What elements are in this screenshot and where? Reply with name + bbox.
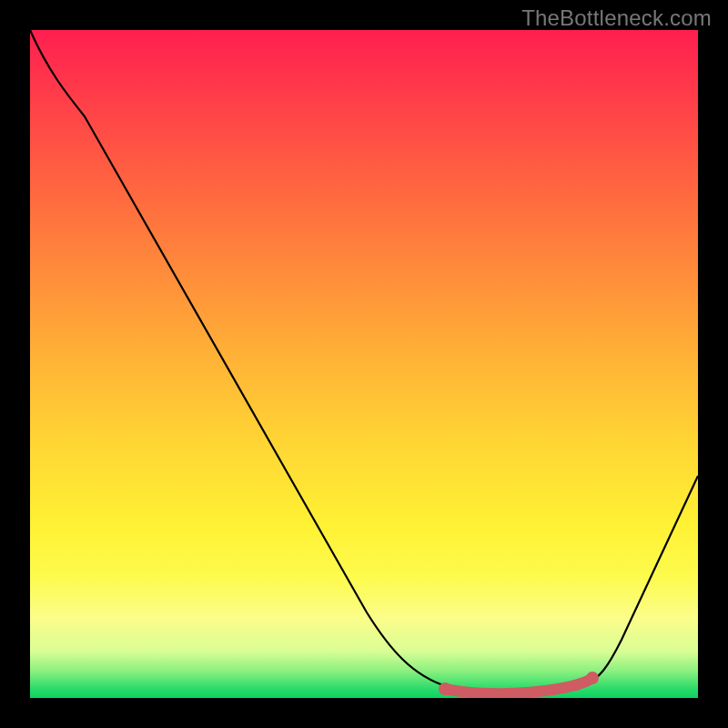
optimal-bead xyxy=(571,680,581,691)
chart-frame: TheBottleneck.com xyxy=(0,0,728,728)
plot-area xyxy=(30,30,698,698)
curve-overlay xyxy=(30,30,698,698)
optimal-bead xyxy=(548,684,559,695)
optimal-start-dot xyxy=(439,682,451,695)
bottleneck-curve xyxy=(30,30,698,693)
optimal-end-dot xyxy=(586,672,599,684)
attribution-text: TheBottleneck.com xyxy=(521,5,712,31)
